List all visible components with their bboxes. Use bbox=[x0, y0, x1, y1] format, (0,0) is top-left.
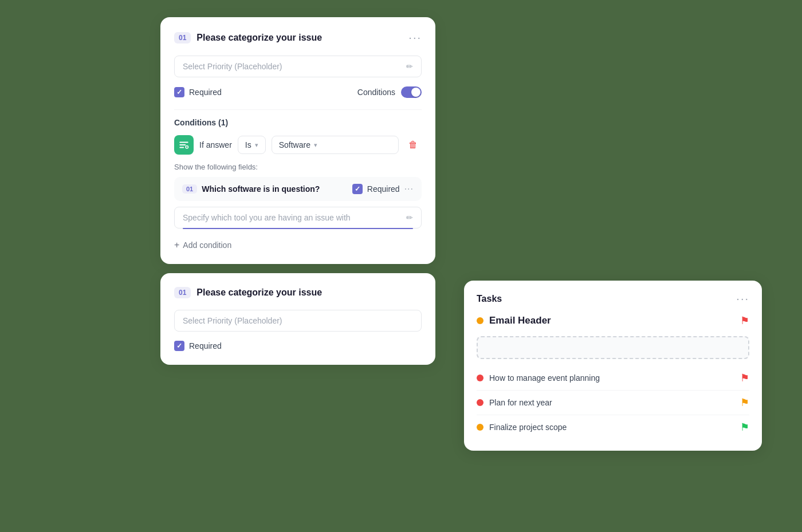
card-header: 01 Please categorize your issue ··· bbox=[174, 31, 422, 44]
email-header-flag-icon: ⚑ bbox=[740, 314, 749, 327]
bottom-step-badge: 01 bbox=[174, 287, 191, 298]
priority-placeholder: Select Priority (Placeholder) bbox=[183, 62, 282, 71]
plus-icon: + bbox=[174, 240, 179, 250]
edit-icon[interactable]: ✏ bbox=[406, 62, 413, 71]
condition-row: If answer Is ▾ Software ▾ 🗑 bbox=[174, 135, 422, 155]
chevron-down-icon: ▾ bbox=[255, 141, 258, 149]
sub-question-right: Required ··· bbox=[352, 184, 414, 194]
sub-question-left: 01 Which software is in question? bbox=[182, 184, 320, 194]
priority-input[interactable]: Select Priority (Placeholder) ✏ bbox=[174, 56, 422, 77]
card-header-left: 01 Please categorize your issue bbox=[174, 32, 322, 44]
sub-step-badge: 01 bbox=[182, 184, 197, 194]
add-condition-button[interactable]: + Add condition bbox=[174, 234, 422, 250]
svg-point-0 bbox=[186, 146, 188, 149]
required-label: Required bbox=[189, 88, 222, 97]
is-select[interactable]: Is ▾ bbox=[238, 136, 266, 154]
sub-more-options-button[interactable]: ··· bbox=[404, 184, 414, 194]
sub-input-placeholder: Specify which tool you are having an iss… bbox=[183, 213, 351, 222]
software-label: Software bbox=[279, 140, 310, 149]
task-item-left-3: Finalize project scope bbox=[477, 423, 567, 432]
sub-edit-icon[interactable]: ✏ bbox=[406, 213, 413, 222]
sub-required-checkbox[interactable] bbox=[352, 184, 363, 194]
task-item-3[interactable]: Finalize project scope ⚑ bbox=[477, 415, 749, 439]
conditions-count-label: Conditions (1) bbox=[174, 118, 422, 127]
email-header-left: Email Header bbox=[477, 315, 551, 326]
required-row: Required Conditions bbox=[174, 86, 422, 98]
task-item-left-2: Plan for next year bbox=[477, 398, 552, 407]
tasks-more-options-button[interactable]: ··· bbox=[736, 292, 749, 305]
delete-condition-button[interactable]: 🗑 bbox=[404, 136, 422, 153]
more-options-button[interactable]: ··· bbox=[408, 31, 422, 44]
tasks-panel: Tasks ··· Email Header ⚑ How to manage e… bbox=[464, 281, 762, 451]
task-flag-3: ⚑ bbox=[740, 421, 749, 434]
bottom-card: 01 Please categorize your issue Select P… bbox=[160, 273, 435, 365]
bottom-card-header-left: 01 Please categorize your issue bbox=[174, 287, 322, 298]
tasks-header: Tasks ··· bbox=[477, 292, 749, 305]
required-left: Required bbox=[174, 87, 222, 97]
is-label: Is bbox=[245, 140, 251, 149]
task-item-left-1: How to manage event planning bbox=[477, 373, 600, 383]
bottom-required-label: Required bbox=[189, 341, 222, 350]
condition-icon bbox=[174, 135, 194, 155]
task-dot-2 bbox=[477, 399, 483, 406]
task-item[interactable]: How to manage event planning ⚑ bbox=[477, 366, 749, 391]
required-checkbox[interactable] bbox=[174, 87, 184, 97]
task-dot-1 bbox=[477, 375, 483, 381]
trash-icon: 🗑 bbox=[408, 140, 418, 150]
chevron-down-icon-2: ▾ bbox=[314, 141, 317, 149]
task-text-3: Finalize project scope bbox=[489, 423, 567, 432]
conditions-section: Conditions (1) If answer Is ▾ Software ▾ bbox=[174, 109, 422, 250]
card-title: Please categorize your issue bbox=[196, 33, 322, 43]
task-flag-1: ⚑ bbox=[740, 372, 749, 384]
task-text-1: How to manage event planning bbox=[489, 373, 600, 383]
task-item-2[interactable]: Plan for next year ⚑ bbox=[477, 391, 749, 415]
email-header-row: Email Header ⚑ bbox=[477, 314, 749, 327]
bottom-required-checkbox[interactable] bbox=[174, 341, 184, 351]
task-flag-2: ⚑ bbox=[740, 396, 749, 409]
show-fields-label: Show the following fields: bbox=[174, 163, 422, 171]
email-header-title: Email Header bbox=[489, 315, 551, 326]
separator bbox=[174, 109, 422, 110]
conditions-label: Conditions bbox=[357, 88, 395, 97]
task-text-2: Plan for next year bbox=[489, 398, 552, 407]
software-select[interactable]: Software ▾ bbox=[272, 136, 399, 154]
sub-question-row: 01 Which software is in question? Requir… bbox=[174, 177, 422, 201]
bottom-priority-placeholder: Select Priority (Placeholder) bbox=[183, 316, 282, 325]
email-color-dot bbox=[477, 317, 483, 324]
task-dot-3 bbox=[477, 424, 483, 431]
bottom-priority-input[interactable]: Select Priority (Placeholder) bbox=[174, 310, 422, 332]
bottom-required-row: Required bbox=[174, 341, 422, 351]
top-card: 01 Please categorize your issue ··· Sele… bbox=[160, 17, 435, 264]
step-badge: 01 bbox=[174, 32, 191, 44]
conditions-toggle[interactable] bbox=[401, 86, 422, 98]
sub-input-field[interactable]: Specify which tool you are having an iss… bbox=[174, 207, 422, 228]
add-condition-label: Add condition bbox=[183, 241, 231, 250]
drop-area[interactable] bbox=[477, 336, 749, 359]
if-answer-label: If answer bbox=[199, 140, 232, 149]
conditions-right: Conditions bbox=[357, 86, 422, 98]
tasks-title: Tasks bbox=[477, 294, 502, 304]
sub-question-title: Which software is in question? bbox=[202, 184, 320, 194]
sub-required-label: Required bbox=[367, 184, 400, 194]
bottom-card-header: 01 Please categorize your issue bbox=[174, 287, 422, 298]
bottom-card-title: Please categorize your issue bbox=[196, 287, 322, 298]
